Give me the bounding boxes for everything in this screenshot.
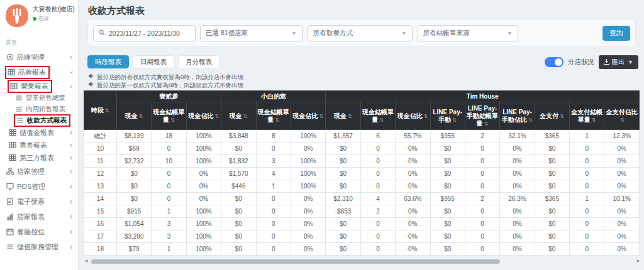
sort-icon: ⇅ [452,117,457,123]
table-cell: 0% [604,243,640,256]
table-cell: 0 [152,193,186,205]
sort-icon: ⇅ [592,117,596,123]
sidebar-item-sales-overview[interactable]: 營業銷售總覽 [0,92,78,104]
sidebar-item-third-party-report[interactable]: 第三方報表‹ [0,151,78,164]
period-cell: 18 [84,243,117,256]
sort-icon: ⇅ [105,107,109,114]
table-cell: $1,570 [221,168,256,180]
sidebar-item-business-reports[interactable]: 營業報表‹ [0,80,78,92]
sidebar-item-dine-in-sales-report[interactable]: 內用銷售報表 [0,104,78,115]
pickup-method-dropdown[interactable]: 所有取餐方式 ▼ [308,25,413,41]
sidebar-item-content: 品牌管理 [5,52,47,63]
sidebar-item-label: POS管理 [17,182,45,192]
table-cell: $0 [535,155,569,168]
period-cell: 14 [84,193,117,205]
table-cell: 12.3% [604,130,640,143]
sidebar-item-brand-reports[interactable]: 品牌報表‹ [0,65,78,80]
period-cell: 15 [84,205,117,218]
table-cell: 0 [465,155,499,168]
table-row: 12$000%$1,5704100%$000%$000%$000% [84,168,640,180]
table-cell: 0% [604,218,640,230]
column-header[interactable]: 現金⇅ [326,102,360,130]
table-cell: 0% [500,143,535,155]
table-cell: 0 [256,205,291,218]
sidebar-item-store-reports[interactable]: 店家報表‹ [0,209,78,224]
column-header[interactable]: 全支付佔比⇅ [604,102,640,130]
query-button[interactable]: 查詢 [602,26,630,41]
table-cell: 6 [360,130,395,143]
table-cell: $955 [430,193,465,205]
period-cell: 16 [84,218,117,230]
scrollbar-thumb[interactable] [91,259,500,264]
scroll-right-icon[interactable]: ► [636,258,641,264]
sidebar: 大宴餐飲(總店) 在線 選單 品牌管理‹品牌報表‹營業報表‹營業銷售總覽內用銷售… [0,0,79,270]
table-cell: 0 [465,218,499,230]
table-cell: 0% [396,230,430,243]
column-header[interactable]: 現金佔比⇅ [186,102,221,130]
column-header[interactable]: 現金佔比⇅ [291,102,325,130]
column-header[interactable]: 現金結帳單量⇅ [152,102,186,130]
table-cell: 10.1% [604,193,640,205]
tab-period-report[interactable]: 時段報表 [87,55,129,68]
sort-icon: ⇅ [348,113,352,119]
table-cell: 0 [465,168,499,180]
column-header[interactable]: 現金佔比⇅ [396,102,430,130]
column-header[interactable]: 現金結帳單量⇅ [360,102,395,130]
table-cell: 0% [604,143,640,155]
table-cell: 100% [291,168,325,180]
grid-icon [8,141,16,149]
tab-month-report[interactable]: 月分報表 [178,55,219,68]
column-header[interactable]: LINE Pay-手動佔比⇅ [500,102,535,130]
order-source-dropdown[interactable]: 所有結帳單來源 ▼ [418,25,518,41]
list-icon [14,94,23,102]
table-cell: $0 [326,180,360,193]
sidebar-item-e-invoice[interactable]: 電子發票‹ [0,194,78,209]
horizontal-scrollbar[interactable]: ◄ ► [84,259,640,264]
sidebar-item-stored-value-service-management[interactable]: 儲值服務管理‹ [0,239,78,254]
sidebar-item-restaurant-seating[interactable]: 餐廳控位‹ [0,224,78,239]
column-header[interactable]: LINE Pay-手動結帳單量⇅ [465,102,499,130]
column-header[interactable]: 全支付⇅ [535,102,569,130]
scroll-left-icon[interactable]: ◄ [84,258,89,264]
column-header[interactable]: LINE Pay-手動⇅ [430,102,465,130]
table-row: 14$000%$000%$2,310463.6%$955226.3%$36511… [84,193,640,205]
sort-icon: ⇅ [275,117,279,123]
chevron-left-icon: ‹ [70,183,72,190]
table-cell: 100% [186,205,221,218]
sidebar-item-content: 店家報表 [5,212,47,222]
tab-date-report[interactable]: 日期報表 [133,55,174,68]
store-selector-dropdown[interactable]: 已選 81個店家 ▼ [200,25,303,41]
sidebar-item-stored-value-report[interactable]: 儲值金報表‹ [0,126,78,139]
table-cell: 32.1% [500,130,535,143]
sidebar-item-content: 儲值服務管理 [5,242,61,252]
column-header-period[interactable]: 時段⇅ [84,91,117,130]
sidebar-item-voucher-report[interactable]: 票券報表‹ [0,139,78,151]
table-cell: 100% [186,230,221,243]
table-cell: $0 [535,168,569,180]
sidebar-item-pos-management[interactable]: POS管理‹ [0,179,78,194]
column-header[interactable]: 全支付結帳單量⇅ [570,102,604,130]
table-cell: -$653 [326,205,360,218]
table-cell: $0 [326,143,360,155]
column-header[interactable]: 現金⇅ [221,102,256,130]
branch-status-toggle[interactable] [545,57,564,67]
notice-line: 當分店的某一收款方式皆為0時，則該收款方式不會出現 [88,81,243,89]
export-button[interactable]: 匯出 ▼ [599,55,638,69]
table-cell: 0 [360,180,395,193]
period-cell: 17 [84,230,117,243]
column-header[interactable]: 現金結帳單量⇅ [256,102,291,130]
sidebar-item-store-management[interactable]: 店家管理‹ [0,164,78,179]
chevron-down-icon: ▼ [507,30,513,36]
sidebar-item-content: 第三方報表 [8,153,57,163]
date-range-input[interactable]: 2023/11/27 - 2023/11/30 [93,25,196,41]
table-cell: $0 [221,143,256,155]
chevron-down-icon: ▼ [291,30,297,36]
filter-bar: 2023/11/27 - 2023/11/30 已選 81個店家 ▼ 所有取餐方… [87,19,636,46]
period-cell: 總計 [84,130,117,143]
sidebar-item-payment-method-report[interactable]: 收款方式報表 [0,115,78,126]
table-cell: $2,732 [117,155,152,168]
sidebar-item-brand-management[interactable]: 品牌管理‹ [0,50,78,65]
table-cell: 100% [186,130,221,143]
column-header[interactable]: 現金⇅ [117,102,152,130]
table-cell: 63.6% [396,193,430,205]
